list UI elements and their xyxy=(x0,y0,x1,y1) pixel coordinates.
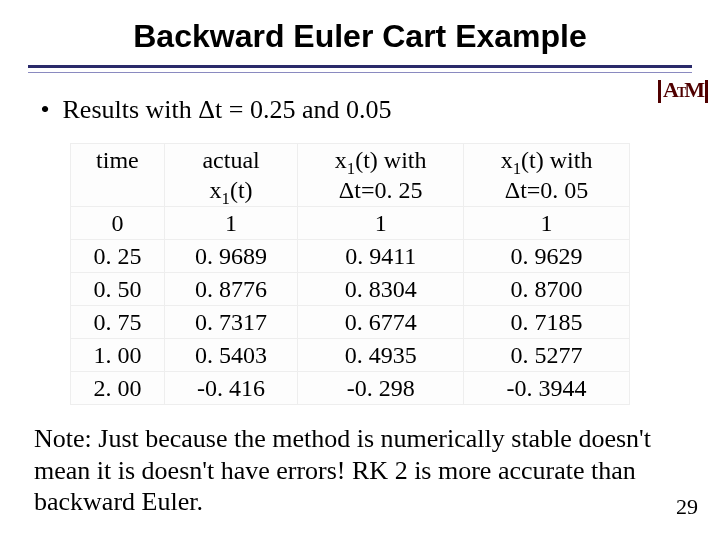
cell-dt005: 0. 7185 xyxy=(464,306,630,339)
cell-actual: 0. 9689 xyxy=(164,240,297,273)
delta-glyph: Δ xyxy=(198,95,215,124)
cell-actual: 0. 7317 xyxy=(164,306,297,339)
col-header-actual-post: (t) xyxy=(230,177,253,203)
cell-dt005: 0. 9629 xyxy=(464,240,630,273)
cell-dt025: 0. 9411 xyxy=(298,240,464,273)
bullet-pre: Results with xyxy=(63,95,199,124)
col-header-dt025-x: x xyxy=(335,147,347,173)
texas-am-logo: ATM xyxy=(658,80,702,114)
cell-dt005: -0. 3944 xyxy=(464,372,630,405)
col-header-dt005-x: x xyxy=(501,147,513,173)
table-row: 0. 75 0. 7317 0. 6774 0. 7185 xyxy=(71,306,630,339)
table-row: 0 1 1 1 xyxy=(71,207,630,240)
cell-actual: 0. 5403 xyxy=(164,339,297,372)
cell-dt005: 0. 5277 xyxy=(464,339,630,372)
table-body: 0 1 1 1 0. 25 0. 9689 0. 9411 0. 9629 0.… xyxy=(71,207,630,405)
table-row: 0. 25 0. 9689 0. 9411 0. 9629 xyxy=(71,240,630,273)
table-row: 0. 50 0. 8776 0. 8304 0. 8700 xyxy=(71,273,630,306)
cell-dt025: 0. 8304 xyxy=(298,273,464,306)
col-header-time-text: time xyxy=(96,147,139,173)
cell-dt025: -0. 298 xyxy=(298,372,464,405)
col-header-time: time xyxy=(71,144,165,207)
table-row: 1. 00 0. 5403 0. 4935 0. 5277 xyxy=(71,339,630,372)
table-row: 2. 00 -0. 416 -0. 298 -0. 3944 xyxy=(71,372,630,405)
col-header-dt005-l2: Δt=0. 05 xyxy=(505,177,589,203)
page-number: 29 xyxy=(676,494,698,520)
col-header-actual-sub: 1 xyxy=(222,189,230,208)
title-underline xyxy=(28,65,692,73)
bullet-item: • Results with Δt = 0.25 and 0.05 xyxy=(34,95,720,125)
bullet-marker: • xyxy=(34,95,56,125)
cell-time: 0. 50 xyxy=(71,273,165,306)
col-header-dt005-sub: 1 xyxy=(513,159,521,178)
cell-time: 1. 00 xyxy=(71,339,165,372)
results-table-wrap: time actual x1(t) x1(t) with Δt=0. 25 x1… xyxy=(70,143,630,405)
col-header-actual-x: x xyxy=(210,177,222,203)
cell-dt025: 0. 6774 xyxy=(298,306,464,339)
cell-actual: 1 xyxy=(164,207,297,240)
col-header-actual-l1: actual xyxy=(202,147,259,173)
results-table: time actual x1(t) x1(t) with Δt=0. 25 x1… xyxy=(70,143,630,405)
col-header-actual: actual x1(t) xyxy=(164,144,297,207)
col-header-dt005-post: (t) with xyxy=(521,147,592,173)
bullet-mid: t = 0.25 and 0.05 xyxy=(215,95,391,124)
cell-dt025: 0. 4935 xyxy=(298,339,464,372)
cell-dt005: 1 xyxy=(464,207,630,240)
cell-time: 0. 25 xyxy=(71,240,165,273)
cell-time: 2. 00 xyxy=(71,372,165,405)
cell-time: 0 xyxy=(71,207,165,240)
logo-glyph: ATM xyxy=(658,80,702,103)
cell-actual: -0. 416 xyxy=(164,372,297,405)
cell-dt025: 1 xyxy=(298,207,464,240)
slide-title: Backward Euler Cart Example xyxy=(0,0,720,65)
col-header-dt025: x1(t) with Δt=0. 25 xyxy=(298,144,464,207)
table-header-row: time actual x1(t) x1(t) with Δt=0. 25 x1… xyxy=(71,144,630,207)
cell-actual: 0. 8776 xyxy=(164,273,297,306)
cell-dt005: 0. 8700 xyxy=(464,273,630,306)
footnote-text: Note: Just because the method is numeric… xyxy=(34,423,690,518)
slide: Backward Euler Cart Example ATM • Result… xyxy=(0,0,720,540)
cell-time: 0. 75 xyxy=(71,306,165,339)
col-header-dt025-post: (t) with xyxy=(355,147,426,173)
col-header-dt005: x1(t) with Δt=0. 05 xyxy=(464,144,630,207)
bullet-text: Results with Δt = 0.25 and 0.05 xyxy=(63,95,392,125)
col-header-dt025-l2: Δt=0. 25 xyxy=(339,177,423,203)
col-header-dt025-sub: 1 xyxy=(347,159,355,178)
